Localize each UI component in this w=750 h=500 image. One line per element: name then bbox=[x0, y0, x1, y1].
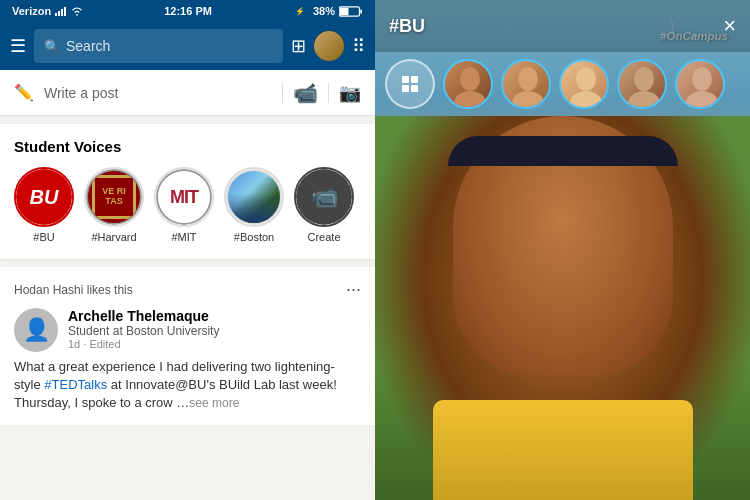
wifi-icon bbox=[71, 6, 83, 16]
status-left: Verizon bbox=[12, 5, 83, 17]
grid-icon[interactable]: ⠿ bbox=[352, 35, 365, 57]
svg-point-18 bbox=[576, 67, 596, 91]
story-avatar-5[interactable] bbox=[675, 59, 725, 109]
svg-rect-12 bbox=[402, 85, 409, 92]
battery-icon bbox=[339, 6, 363, 17]
boston-label: #Boston bbox=[234, 231, 274, 243]
svg-point-20 bbox=[634, 67, 654, 91]
feed-content: What a great experience I had delivering… bbox=[14, 358, 361, 413]
see-more-link[interactable]: see more bbox=[189, 396, 239, 410]
create-button[interactable]: 📹 bbox=[296, 169, 352, 225]
time-text: 12:16 PM bbox=[164, 5, 212, 17]
voice-item-bu[interactable]: BU #BU bbox=[14, 167, 74, 243]
story-avatar-4[interactable] bbox=[617, 59, 667, 109]
svg-point-14 bbox=[460, 67, 480, 91]
story-avatar-3[interactable] bbox=[559, 59, 609, 109]
action-bar: ✏️ Write a post 📹 📷 bbox=[0, 70, 375, 116]
bu-logo: BU bbox=[16, 169, 72, 225]
svg-point-21 bbox=[628, 91, 660, 109]
edit-icon: ✏️ bbox=[14, 83, 34, 102]
create-label: Create bbox=[307, 231, 340, 243]
hamburger-icon[interactable]: ☰ bbox=[10, 35, 26, 57]
svg-point-22 bbox=[692, 67, 712, 91]
more-options-button[interactable]: ··· bbox=[346, 279, 361, 300]
feed-likes-row: Hodan Hashi likes this ··· bbox=[14, 279, 361, 300]
feed-author-subtitle: Student at Boston University bbox=[68, 324, 219, 338]
write-post-label[interactable]: Write a post bbox=[44, 85, 272, 101]
feed-author-info: Archelle Thelemaque Student at Boston Un… bbox=[68, 308, 219, 350]
svg-rect-0 bbox=[55, 13, 57, 16]
divider bbox=[282, 83, 283, 103]
feed-author-meta: 1d · Edited bbox=[68, 338, 219, 350]
close-button[interactable]: × bbox=[723, 13, 736, 39]
feed-author-row: 👤 Archelle Thelemaque Student at Boston … bbox=[14, 308, 361, 352]
status-bar: Verizon 12:16 PM ⚡ 38% bbox=[0, 0, 375, 22]
search-box[interactable]: 🔍 Search bbox=[34, 29, 283, 63]
svg-rect-10 bbox=[402, 76, 409, 83]
svg-rect-1 bbox=[58, 11, 60, 16]
voice-item-boston[interactable]: #Boston bbox=[224, 167, 284, 243]
create-icon: 📹 bbox=[311, 184, 338, 210]
boston-photo bbox=[226, 169, 282, 225]
carrier-text: Verizon bbox=[12, 5, 51, 17]
camera-icon[interactable]: 📷 bbox=[339, 82, 361, 104]
nav-bar: ☰ 🔍 Search ⊞ ⠿ bbox=[0, 22, 375, 70]
bu-label: #BU bbox=[33, 231, 54, 243]
student-voices-card: Student Voices BU #BU VE RI TAS #Harvard bbox=[0, 124, 375, 259]
create-circle-wrap: 📹 bbox=[294, 167, 354, 227]
feed-avatar: 👤 bbox=[14, 308, 58, 352]
story-avatar-1[interactable] bbox=[443, 59, 493, 109]
feed-item: Hodan Hashi likes this ··· 👤 Archelle Th… bbox=[0, 267, 375, 425]
status-right: ⚡ 38% bbox=[293, 5, 363, 17]
svg-rect-7 bbox=[340, 7, 348, 15]
add-story-icon bbox=[399, 73, 421, 95]
svg-point-19 bbox=[570, 91, 602, 109]
boston-skyline bbox=[228, 193, 280, 223]
default-avatar-icon: 👤 bbox=[23, 317, 50, 343]
search-input[interactable]: Search bbox=[66, 38, 110, 54]
signal-icon bbox=[55, 6, 67, 16]
mit-text: MIT bbox=[170, 187, 198, 208]
svg-point-17 bbox=[512, 91, 544, 109]
student-voices-title: Student Voices bbox=[14, 138, 361, 155]
svg-rect-3 bbox=[64, 7, 66, 16]
harvard-inner: VE RI TAS bbox=[92, 175, 136, 219]
likes-text: Hodan Hashi likes this bbox=[14, 283, 133, 297]
mit-label: #MIT bbox=[171, 231, 196, 243]
bluetooth-icon: ⚡ bbox=[293, 6, 309, 16]
divider2 bbox=[328, 83, 329, 103]
right-title: #BU bbox=[389, 16, 425, 37]
harvard-circle: VE RI TAS bbox=[84, 167, 144, 227]
qr-icon[interactable]: ⊞ bbox=[291, 35, 306, 57]
add-story-button[interactable] bbox=[385, 59, 435, 109]
svg-point-15 bbox=[454, 91, 486, 109]
voice-item-create[interactable]: 📹 Create bbox=[294, 167, 354, 243]
svg-point-16 bbox=[518, 67, 538, 91]
story-avatar-2[interactable] bbox=[501, 59, 551, 109]
feed-author-name[interactable]: Archelle Thelemaque bbox=[68, 308, 219, 324]
right-panel: #OnCampus #BU × bbox=[375, 0, 750, 500]
svg-rect-6 bbox=[360, 9, 362, 13]
avatar[interactable] bbox=[314, 31, 344, 61]
main-person-area bbox=[375, 116, 750, 500]
video-icon[interactable]: 📹 bbox=[293, 81, 318, 105]
person-headband bbox=[448, 136, 678, 166]
harvard-logo: VE RI TAS bbox=[86, 169, 142, 225]
svg-text:⚡: ⚡ bbox=[295, 6, 305, 16]
svg-point-23 bbox=[686, 91, 718, 109]
voice-item-mit[interactable]: MIT #MIT bbox=[154, 167, 214, 243]
bu-circle: BU bbox=[14, 167, 74, 227]
right-header: #BU × bbox=[375, 0, 750, 52]
boston-circle-wrap bbox=[224, 167, 284, 227]
voice-item-harvard[interactable]: VE RI TAS #Harvard bbox=[84, 167, 144, 243]
svg-rect-2 bbox=[61, 9, 63, 16]
voices-row: BU #BU VE RI TAS #Harvard MIT bbox=[14, 167, 361, 243]
svg-rect-11 bbox=[411, 76, 418, 83]
battery-text: 38% bbox=[313, 5, 335, 17]
harvard-label: #Harvard bbox=[91, 231, 136, 243]
left-panel: Verizon 12:16 PM ⚡ 38% bbox=[0, 0, 375, 500]
person-shirt bbox=[433, 400, 693, 500]
tedtalks-link[interactable]: #TEDTalks bbox=[44, 377, 107, 392]
search-icon: 🔍 bbox=[44, 39, 60, 54]
svg-rect-13 bbox=[411, 85, 418, 92]
